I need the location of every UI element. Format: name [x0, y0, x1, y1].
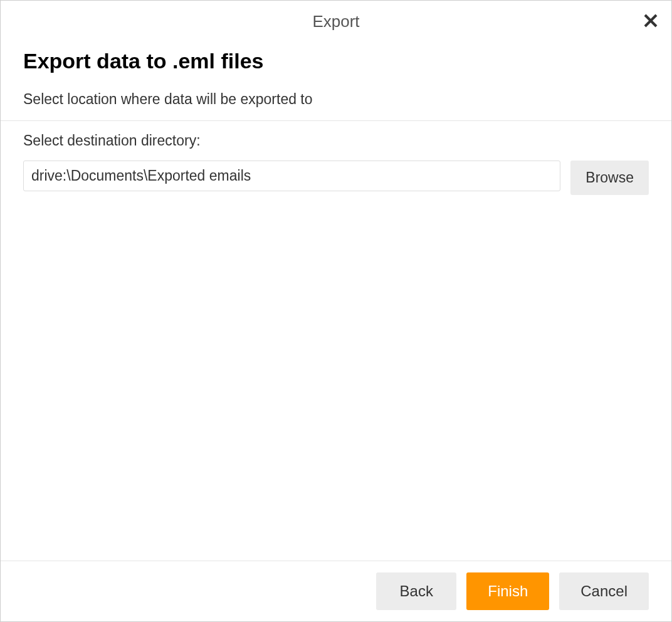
dialog-header: Export [1, 1, 671, 31]
export-dialog: Export Export data to .eml files Select … [0, 0, 672, 622]
input-row: Browse [23, 161, 649, 195]
back-button[interactable]: Back [376, 572, 456, 610]
cancel-button[interactable]: Cancel [559, 572, 649, 610]
finish-button[interactable]: Finish [466, 572, 549, 610]
destination-path-input[interactable] [23, 161, 560, 191]
page-heading: Export data to .eml files [23, 49, 649, 73]
browse-button[interactable]: Browse [570, 161, 649, 195]
close-icon[interactable] [644, 9, 658, 31]
content-body: Select destination directory: Browse [1, 121, 671, 561]
dialog-footer: Back Finish Cancel [1, 561, 671, 621]
dialog-title: Export [312, 12, 359, 31]
sub-heading: Select location where data will be expor… [23, 91, 649, 108]
content-header: Export data to .eml files Select locatio… [1, 31, 671, 120]
destination-label: Select destination directory: [23, 132, 649, 149]
